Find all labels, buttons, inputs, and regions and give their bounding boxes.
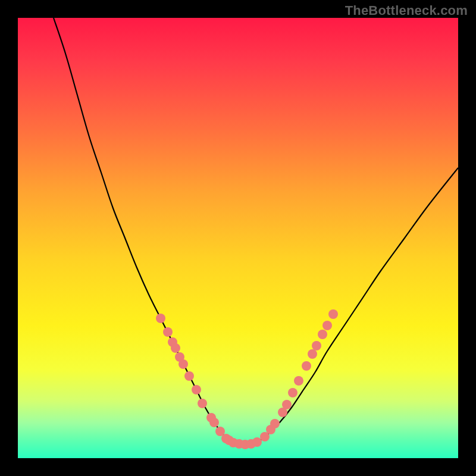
data-marker	[156, 314, 165, 323]
data-marker	[163, 327, 173, 337]
data-marker	[252, 437, 262, 447]
data-marker	[318, 330, 327, 339]
bottleneck-curve	[54, 18, 458, 445]
data-marker	[282, 400, 292, 409]
chart-svg	[18, 18, 458, 458]
watermark-text: TheBottleneck.com	[345, 3, 468, 18]
data-marker	[294, 376, 303, 386]
data-marker	[209, 418, 219, 427]
data-marker	[270, 419, 280, 428]
plot-area	[18, 18, 458, 458]
data-marker	[302, 361, 311, 371]
data-marker	[312, 341, 321, 350]
data-marker	[184, 371, 194, 381]
data-marker	[171, 343, 180, 353]
data-marker	[322, 321, 332, 330]
data-marker	[288, 388, 298, 397]
data-marker	[198, 399, 207, 408]
data-marker	[178, 359, 188, 369]
data-marker	[308, 349, 317, 359]
data-marker	[328, 309, 338, 319]
data-marker	[192, 385, 201, 394]
chart-frame: TheBottleneck.com	[0, 0, 476, 476]
